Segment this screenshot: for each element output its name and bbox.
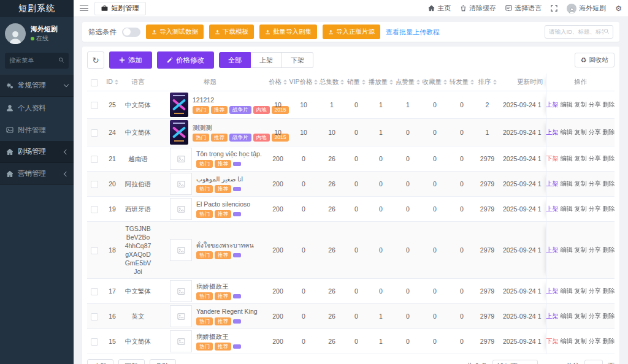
on-shelf-action[interactable]: 上架 [546,180,559,188]
recycle-bin-button[interactable]: ♻ 回收站 [575,53,615,67]
batch-on-shelf-button[interactable]: 上架 [87,359,113,364]
row-action-link[interactable]: 分享 [589,246,601,254]
row-action-link[interactable]: 编辑 [561,100,573,109]
gear-icon[interactable]: ⚙ [615,4,622,13]
row-action-link[interactable]: 删除 [603,100,615,109]
batch-import-episodes-button[interactable]: 批量导入剧集 [259,25,317,39]
column-header[interactable]: VIP价格 [289,74,318,91]
row-checkbox[interactable] [91,206,98,213]
row-checkbox[interactable] [91,313,98,320]
filter-toggle[interactable] [122,28,140,37]
row-action-link[interactable]: 编辑 [561,246,573,254]
sidebar-search-input[interactable]: 搜索菜单 [5,53,69,69]
sidebar-item-marketing-management[interactable]: 营销管理 [0,163,74,185]
sidebar-item-general-management[interactable]: 常规管理 [0,75,74,97]
sidebar-item-theater-management[interactable]: 剧场管理 [0,141,74,163]
row-action-link[interactable]: 分享 [589,337,601,346]
broken-image-icon[interactable] [170,280,192,302]
row-action-link[interactable]: 编辑 [561,312,573,320]
sort-icon[interactable] [283,78,287,86]
sort-icon[interactable] [389,78,393,86]
on-shelf-action[interactable]: 上架 [546,287,559,295]
on-shelf-action[interactable]: 上架 [546,312,559,320]
batch-delete-button[interactable]: 删除 [150,359,176,364]
row-checkbox[interactable] [91,181,98,188]
row-action-link[interactable]: 编辑 [561,154,573,163]
row-action-link[interactable]: 分享 [589,180,601,188]
clear-cache-button[interactable]: 清除缓存 [460,4,496,13]
import-test-data-button[interactable]: 导入测试数据 [146,25,204,39]
row-action-link[interactable]: 复制 [575,100,587,109]
row-action-link[interactable]: 删除 [603,180,615,188]
row-action-link[interactable]: 编辑 [561,337,573,346]
row-action-link[interactable]: 复制 [575,128,587,137]
broken-image-icon[interactable] [170,239,192,261]
next-page-button[interactable]: › [559,362,561,364]
sort-icon[interactable] [362,78,366,86]
row-action-link[interactable]: 复制 [575,154,587,163]
row-action-link[interactable]: 编辑 [561,287,573,295]
prev-page-button[interactable]: ‹ [543,362,545,364]
batch-upload-tutorial-link[interactable]: 查看批量上传教程 [386,28,440,37]
row-action-link[interactable]: 删除 [603,287,615,295]
goto-page-input[interactable] [584,360,603,364]
home-button[interactable]: 主页 [428,4,451,13]
row-action-link[interactable]: 删除 [603,246,615,254]
column-header[interactable]: 收藏量 [421,74,448,91]
sidebar-item-attachments[interactable]: 附件管理 [0,119,74,141]
broken-image-icon[interactable] [170,198,192,220]
price-edit-button[interactable]: 价格修改 [157,51,214,69]
batch-off-shelf-button[interactable]: 下架 [118,359,145,364]
column-header[interactable]: 价格 [267,74,289,91]
sort-icon[interactable] [340,78,344,86]
row-checkbox[interactable] [91,338,98,346]
row-action-link[interactable]: 编辑 [561,205,573,213]
row-action-link[interactable]: 编辑 [561,128,573,137]
row-action-link[interactable]: 分享 [589,287,601,295]
row-action-link[interactable]: 删除 [603,312,615,320]
row-checkbox[interactable] [91,288,98,295]
column-header[interactable]: 总集数 [318,74,345,91]
select-language-button[interactable]: 选择语言 [505,4,542,13]
column-header[interactable]: 播放量 [367,74,394,91]
row-action-link[interactable]: 分享 [589,128,601,137]
fullscreen-button[interactable] [551,5,557,12]
broken-image-icon[interactable] [170,330,192,352]
row-checkbox[interactable] [91,129,98,137]
sidebar-item-profile[interactable]: 个人资料 [0,97,74,119]
row-action-link[interactable]: 删除 [603,154,615,163]
broken-image-icon[interactable] [170,305,192,327]
table-scroll-area[interactable]: ID语言标题价格VIP价格总集数销量播放量点赞量收藏量转发量排序更新时间操作 2… [87,74,615,354]
on-shelf-action[interactable]: 上架 [546,205,559,213]
column-header[interactable]: 点赞量 [394,74,421,91]
row-action-link[interactable]: 删除 [603,128,615,137]
row-action-link[interactable]: 复制 [575,312,587,320]
row-checkbox[interactable] [91,102,98,109]
column-header[interactable]: 排序 [475,74,499,91]
add-button[interactable]: 添加 [109,51,152,69]
row-action-link[interactable]: 复制 [575,180,587,188]
refresh-button[interactable]: ↻ [87,51,104,69]
segment-off-shelf[interactable]: 下架 [282,52,313,68]
segment-all[interactable]: 全部 [219,52,251,68]
column-header[interactable]: 转发量 [448,74,475,91]
row-action-link[interactable]: 分享 [589,154,601,163]
row-action-link[interactable]: 编辑 [561,180,573,188]
download-template-button[interactable]: 下载模板 [209,25,254,39]
on-shelf-action[interactable]: 上架 [546,128,559,137]
hamburger-menu-icon[interactable] [80,6,88,12]
column-header[interactable]: 销量 [345,74,367,91]
off-shelf-action[interactable]: 下架 [546,154,559,163]
on-shelf-action[interactable]: 上架 [546,246,559,254]
row-action-link[interactable]: 删除 [603,205,615,213]
import-licensed-source-button[interactable]: 导入正版片源 [323,25,380,39]
row-action-link[interactable]: 分享 [589,205,601,213]
on-shelf-action[interactable]: 上架 [546,100,559,109]
off-shelf-action[interactable]: 下架 [546,337,559,346]
sort-icon[interactable] [314,78,318,86]
row-action-link[interactable]: 分享 [589,312,601,320]
row-action-link[interactable]: 删除 [603,337,615,346]
page-size-select[interactable]: 10条/页 [492,360,538,364]
column-header[interactable]: ID [102,74,123,91]
segment-on-shelf[interactable]: 上架 [251,52,282,68]
